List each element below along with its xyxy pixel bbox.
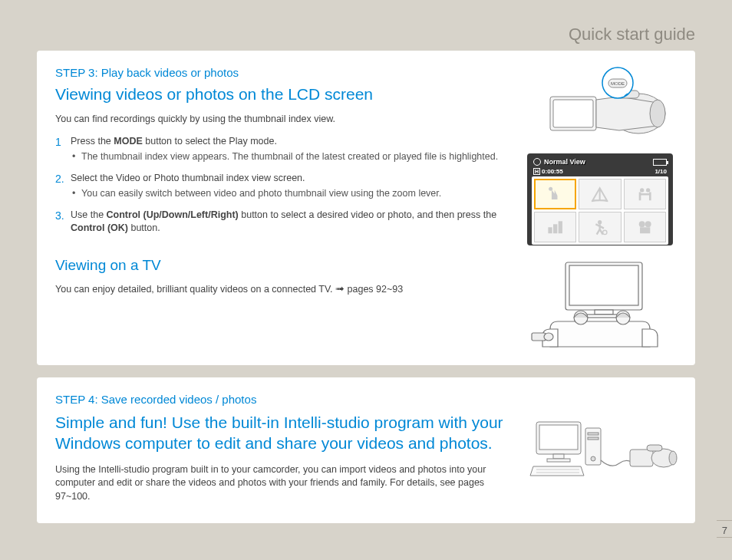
svg-rect-1 <box>553 100 593 127</box>
lcd-title: Normal View <box>544 158 585 166</box>
section-step3: STEP 3: Play back videos or photos Viewi… <box>37 51 695 365</box>
heading-intelli-studio: Simple and fun! Use the built-in Intelli… <box>55 412 508 454</box>
page-header: Quick start guide <box>0 0 732 44</box>
lcd-play-label: Play <box>656 246 668 253</box>
step-1: Press the MODE button to select the Play… <box>55 135 508 164</box>
svg-rect-25 <box>532 333 546 341</box>
step4-label: STEP 4: Save recorded videos / photos <box>55 393 508 406</box>
thumbnail-2 <box>579 179 621 209</box>
svg-rect-40 <box>647 445 662 451</box>
svg-point-16 <box>638 221 645 227</box>
thumbnail-3 <box>624 179 666 209</box>
svg-rect-22 <box>587 315 621 318</box>
hd-icon: H <box>533 168 540 175</box>
page-number-wrap: 7 <box>717 523 732 538</box>
thumbnail-6 <box>624 212 666 242</box>
section-step3-illustrations: MODE Normal View H0:00:55 1/10 <box>523 66 677 348</box>
svg-point-8 <box>549 187 552 191</box>
rec-icon <box>533 158 541 166</box>
svg-point-17 <box>645 221 651 227</box>
svg-rect-33 <box>588 433 598 435</box>
page-separator-bottom <box>717 537 732 538</box>
thumbnail-grid <box>532 176 668 245</box>
lcd-time: 0:00:55 <box>542 168 563 175</box>
lcd-bottom-bar: ZOOM Photo Move Play <box>532 245 668 253</box>
lcd-sub-bar: H0:00:55 1/10 <box>532 168 668 176</box>
svg-rect-28 <box>539 425 578 450</box>
svg-point-15 <box>603 230 607 234</box>
svg-rect-29 <box>553 454 564 459</box>
step-2: Select the Video or Photo thumbnail inde… <box>55 172 508 201</box>
svg-rect-30 <box>547 459 570 462</box>
main-container: STEP 3: Play back videos or photos Viewi… <box>0 44 732 523</box>
section-step3-text: STEP 3: Play back videos or photos Viewi… <box>55 66 508 348</box>
step3-label: STEP 3: Play back videos or photos <box>55 66 508 79</box>
tv-paragraph: You can enjoy detailed, brilliant qualit… <box>55 282 508 297</box>
svg-rect-18 <box>640 227 650 233</box>
svg-point-10 <box>646 188 650 192</box>
svg-rect-12 <box>553 224 557 233</box>
pc-camcorder-illustration <box>527 416 673 481</box>
camcorder-illustration: MODE <box>527 66 673 143</box>
svg-rect-21 <box>595 310 613 315</box>
page-separator-top <box>717 520 732 521</box>
lcd-move-label: Move <box>604 246 619 253</box>
step-1-bullet: The thumbnail index view appears. The th… <box>81 150 508 164</box>
zoom-label: ZOOM <box>532 247 549 252</box>
section-step4: STEP 4: Save recorded videos / photos Si… <box>37 377 695 523</box>
heading-tv-viewing: Viewing on a TV <box>55 257 508 274</box>
svg-rect-11 <box>548 227 552 233</box>
svg-point-3 <box>650 100 665 127</box>
tv-illustration <box>527 256 673 348</box>
svg-point-32 <box>591 456 595 461</box>
move-icon <box>596 246 602 252</box>
svg-point-39 <box>669 451 677 465</box>
lcd-count: 1/10 <box>655 168 667 175</box>
step-3: Use the Control (Up/Down/Left/Right) but… <box>55 209 508 236</box>
heading-lcd-viewing: Viewing videos or photos on the LCD scre… <box>55 85 508 104</box>
svg-point-14 <box>598 220 602 224</box>
thumbnail-1 <box>534 179 576 209</box>
step4-body: Using the Intelli-studio program built i… <box>55 463 508 504</box>
battery-icon <box>653 159 667 166</box>
svg-point-9 <box>640 188 644 192</box>
svg-rect-34 <box>588 437 598 440</box>
page-number: 7 <box>717 523 732 538</box>
play-icon <box>648 246 655 252</box>
lcd-top-bar: Normal View <box>532 156 668 168</box>
thumbnail-4 <box>534 212 576 242</box>
mode-label-text: MODE <box>611 81 625 86</box>
section-step4-text: STEP 4: Save recorded videos / photos Si… <box>55 393 508 503</box>
svg-rect-37 <box>630 450 653 466</box>
svg-point-26 <box>544 333 553 341</box>
steps-list: Press the MODE button to select the Play… <box>55 135 508 236</box>
thumbnail-5 <box>579 212 621 242</box>
header-title: Quick start guide <box>569 25 695 44</box>
lcd-photo-label: Photo <box>551 246 569 253</box>
step-2-bullet: You can easily switch between video and … <box>81 187 508 201</box>
intro-paragraph: You can find recordings quickly by using… <box>55 113 508 126</box>
lcd-screen-illustration: Normal View H0:00:55 1/10 ZOOM Photo <box>527 153 673 245</box>
svg-rect-13 <box>559 221 562 233</box>
svg-rect-20 <box>569 265 638 305</box>
section-step4-illustration <box>523 393 677 503</box>
